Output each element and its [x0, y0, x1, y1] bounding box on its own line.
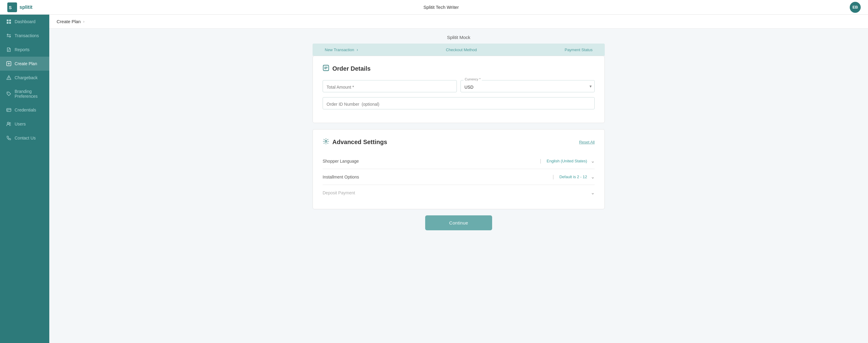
app-title: Splitit Tech Writer: [423, 5, 459, 10]
reset-all-button[interactable]: Reset All: [579, 140, 595, 144]
shopper-language-label: Shopper Language: [322, 159, 359, 164]
shopper-language-right: | English (United States) ⌄: [538, 158, 595, 164]
breadcrumb: Create Plan ›: [49, 15, 868, 29]
page-content: Splitit Mock New Transaction › Checkout …: [49, 29, 868, 343]
phone-icon: [6, 135, 11, 141]
deposit-payment-chevron-icon: ⌄: [591, 190, 595, 196]
file-icon: [6, 47, 11, 52]
plus-square-icon: [6, 61, 11, 66]
advanced-settings-title: Advanced Settings: [332, 139, 387, 146]
main-content: Create Plan › Splitit Mock New Transacti…: [49, 15, 868, 343]
mock-title: Splitit Mock: [447, 35, 470, 40]
breadcrumb-item: Create Plan: [57, 19, 81, 24]
sidebar-label-contact: Contact Us: [14, 136, 36, 140]
sidebar-item-reports[interactable]: Reports: [0, 42, 49, 57]
deposit-payment-row[interactable]: Deposit Payment ⌄: [322, 185, 595, 200]
advanced-settings-header: Advanced Settings Reset All: [322, 138, 595, 146]
order-details-card: Order Details Currency * USD EUR GBP AUD: [313, 56, 605, 123]
step-payment-label: Payment Status: [564, 48, 593, 52]
order-details-title: Order Details: [332, 65, 371, 72]
sidebar-label-branding: Branding Preferences: [14, 89, 43, 99]
sidebar: Dashboard Transactions Reports Create Pl…: [0, 15, 49, 343]
step-payment-status: Payment Status: [564, 48, 593, 52]
total-amount-input[interactable]: [322, 80, 457, 92]
svg-rect-3: [9, 20, 11, 21]
shopper-language-chevron-icon: ⌄: [591, 158, 595, 164]
svg-point-7: [8, 79, 9, 79]
step-new-transaction-label: New Transaction: [325, 48, 354, 52]
svg-point-11: [7, 122, 9, 124]
installment-options-row[interactable]: Installment Options | Default is 2 - 12 …: [322, 169, 595, 185]
advanced-settings-card: Advanced Settings Reset All Shopper Lang…: [313, 129, 605, 209]
svg-rect-2: [7, 20, 8, 21]
svg-rect-9: [7, 109, 11, 112]
svg-text:S: S: [9, 5, 11, 10]
sidebar-label-reports: Reports: [14, 47, 30, 52]
advanced-settings-icon: [322, 138, 329, 146]
arrows-icon: [6, 33, 11, 38]
order-details-header: Order Details: [322, 64, 595, 73]
steps-bar: New Transaction › Checkout Method Paymen…: [313, 44, 605, 56]
currency-field: Currency * USD EUR GBP AUD CAD: [461, 80, 595, 92]
sidebar-item-users[interactable]: Users: [0, 117, 49, 131]
svg-point-12: [9, 122, 11, 124]
sidebar-label-users: Users: [14, 121, 26, 126]
shopper-language-value: English (United States): [547, 159, 587, 163]
sidebar-item-dashboard[interactable]: Dashboard: [0, 15, 49, 29]
sidebar-label-dashboard: Dashboard: [14, 19, 36, 24]
breadcrumb-arrow-icon: ›: [83, 19, 84, 24]
svg-rect-5: [9, 22, 11, 24]
tag-icon: [6, 91, 11, 96]
sidebar-label-credentials: Credentials: [14, 108, 36, 112]
svg-point-8: [8, 93, 8, 93]
sidebar-item-chargeback[interactable]: Chargeback: [0, 71, 49, 85]
continue-button[interactable]: Continue: [425, 216, 492, 230]
sidebar-item-create-plan[interactable]: Create Plan: [0, 57, 49, 71]
sidebar-label-transactions: Transactions: [14, 33, 39, 38]
sidebar-item-branding[interactable]: Branding Preferences: [0, 85, 49, 103]
currency-select[interactable]: USD EUR GBP AUD CAD: [461, 80, 595, 92]
svg-point-14: [325, 140, 327, 142]
order-id-field: [322, 97, 595, 109]
advanced-settings-header-left: Advanced Settings: [322, 138, 387, 146]
shopper-language-row[interactable]: Shopper Language | English (United State…: [322, 153, 595, 169]
sidebar-label-create-plan: Create Plan: [14, 61, 37, 66]
step-checkout-label: Checkout Method: [446, 48, 477, 52]
installment-options-chevron-icon: ⌄: [591, 174, 595, 180]
order-id-row: [322, 97, 595, 109]
grid-icon: [6, 19, 11, 24]
credit-card-icon: [6, 107, 11, 113]
currency-label: Currency *: [464, 77, 482, 81]
app-header: S splitit Splitit Tech Writer EB: [0, 0, 868, 15]
logo-area: S splitit: [7, 2, 33, 12]
order-id-input[interactable]: [322, 97, 595, 109]
installment-options-label: Installment Options: [322, 175, 359, 179]
svg-rect-10: [7, 111, 8, 111]
sidebar-item-contact[interactable]: Contact Us: [0, 131, 49, 145]
sidebar-label-chargeback: Chargeback: [14, 75, 38, 80]
step-new-transaction: New Transaction ›: [325, 47, 358, 52]
sidebar-item-transactions[interactable]: Transactions: [0, 29, 49, 42]
step-arrow-icon: ›: [357, 47, 358, 52]
logo-text: splitit: [20, 5, 33, 10]
installment-options-value: Default is 2 - 12: [559, 175, 587, 179]
main-layout: Dashboard Transactions Reports Create Pl…: [0, 15, 868, 343]
deposit-payment-label: Deposit Payment: [322, 190, 355, 195]
users-icon: [6, 121, 11, 127]
order-details-icon: [322, 64, 329, 73]
deposit-payment-right: ⌄: [591, 190, 595, 196]
total-amount-field: [322, 80, 457, 92]
installment-options-right: | Default is 2 - 12 ⌄: [551, 174, 595, 180]
user-avatar[interactable]: EB: [850, 2, 861, 13]
alert-icon: [6, 75, 11, 80]
total-amount-row: Currency * USD EUR GBP AUD CAD: [322, 80, 595, 92]
sidebar-item-credentials[interactable]: Credentials: [0, 103, 49, 117]
svg-rect-4: [7, 22, 8, 24]
splitit-logo-icon: S: [7, 2, 17, 12]
step-checkout-method: Checkout Method: [446, 48, 477, 52]
